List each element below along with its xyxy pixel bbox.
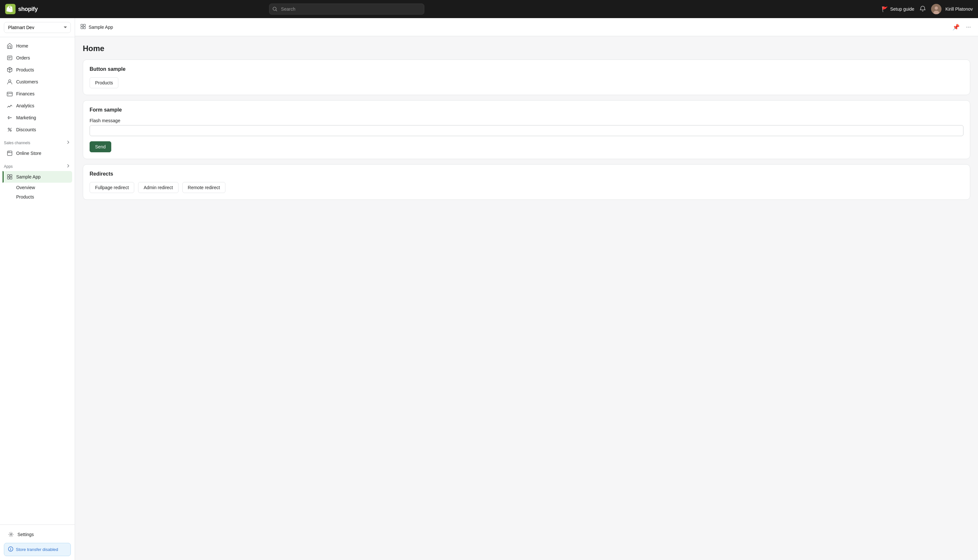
top-bar-right: 🚩 Setup guide Kirill Platonov (881, 4, 973, 14)
svg-point-3 (935, 7, 938, 10)
apps-title: Apps (4, 164, 13, 169)
app-layout: shopify 🚩 Setup guide (0, 0, 978, 560)
admin-redirect-label: Admin redirect (144, 185, 173, 190)
sidebar-item-finances[interactable]: Finances (3, 88, 72, 100)
content-header: Sample App 📌 ··· (75, 18, 978, 36)
svg-rect-20 (81, 24, 83, 26)
marketing-icon (7, 115, 13, 121)
setup-guide-button[interactable]: 🚩 Setup guide (881, 6, 914, 12)
avatar[interactable] (931, 4, 941, 14)
remote-redirect-button[interactable]: Remote redirect (182, 182, 226, 193)
sidebar-subitem-overview[interactable]: Overview (3, 183, 72, 192)
page-title: Home (83, 44, 970, 53)
button-sample-title: Button sample (90, 66, 963, 72)
sidebar-subitem-products-label: Products (16, 194, 34, 200)
breadcrumb-icon (80, 23, 86, 30)
sidebar-item-orders[interactable]: Orders (3, 52, 72, 64)
sidebar-item-analytics-label: Analytics (16, 103, 34, 108)
content-area: Sample App 📌 ··· Home Button sample Prod… (75, 18, 978, 560)
store-transfer-label: Store transfer disabled (16, 547, 58, 552)
flash-message-group: Flash message (90, 118, 963, 136)
sidebar-item-products[interactable]: Products (3, 64, 72, 76)
top-bar: shopify 🚩 Setup guide (0, 0, 978, 18)
svg-rect-7 (7, 92, 12, 96)
sidebar: Platmart Dev Home Orders (0, 18, 75, 560)
redirects-title: Redirects (90, 171, 963, 177)
pin-button[interactable]: 📌 (951, 22, 961, 32)
sidebar-item-online-store[interactable]: Online Store (3, 147, 72, 159)
settings-icon (8, 531, 14, 538)
sidebar-item-online-store-label: Online Store (16, 151, 42, 156)
customers-icon (7, 78, 13, 85)
remote-redirect-label: Remote redirect (188, 185, 220, 190)
sales-channels-chevron[interactable] (66, 140, 71, 146)
breadcrumb: Sample App (80, 23, 113, 30)
flash-message-label: Flash message (90, 118, 963, 123)
sidebar-subitem-products[interactable]: Products (3, 192, 72, 202)
admin-redirect-button[interactable]: Admin redirect (138, 182, 178, 193)
content-body: Home Button sample Products Form sample … (75, 36, 978, 560)
sidebar-item-customers-label: Customers (16, 79, 38, 84)
search-input[interactable] (269, 3, 424, 15)
sidebar-item-marketing[interactable]: Marketing (3, 112, 72, 123)
svg-rect-22 (81, 27, 83, 29)
apps-chevron[interactable] (66, 163, 71, 169)
sidebar-footer: Settings Store transfer disabled (0, 525, 75, 560)
store-select[interactable]: Platmart Dev (4, 22, 71, 33)
bell-icon (920, 5, 926, 12)
online-store-icon (7, 150, 13, 157)
store-transfer-badge: Store transfer disabled (4, 543, 71, 556)
avatar-image (931, 4, 941, 14)
sidebar-item-sample-app[interactable]: Sample App (3, 171, 72, 183)
flag-icon: 🚩 (881, 6, 888, 12)
header-actions: 📌 ··· (951, 22, 973, 32)
shopify-text: shopify (18, 6, 38, 13)
active-indicator (3, 171, 3, 183)
more-actions-button[interactable]: ··· (964, 22, 973, 32)
shopify-logo[interactable]: shopify (5, 4, 38, 14)
home-icon (7, 43, 13, 49)
sales-channels-section: Sales channels (0, 136, 75, 147)
svg-rect-15 (10, 175, 12, 177)
sidebar-item-home-label: Home (16, 43, 28, 48)
send-button[interactable]: Send (90, 141, 111, 152)
finances-icon (7, 90, 13, 97)
user-name[interactable]: Kirill Platonov (945, 7, 973, 12)
info-icon (8, 547, 13, 553)
sidebar-subitem-overview-label: Overview (16, 185, 35, 190)
products-button[interactable]: Products (90, 77, 118, 88)
notification-button[interactable] (918, 4, 927, 14)
svg-point-6 (9, 80, 11, 82)
svg-point-8 (8, 94, 9, 95)
sidebar-item-sample-app-label: Sample App (16, 174, 41, 180)
svg-rect-21 (83, 24, 85, 26)
fullpage-redirect-button[interactable]: Fullpage redirect (90, 182, 134, 193)
apps-section: Apps (0, 159, 75, 171)
search-icon (272, 7, 277, 12)
sidebar-nav: Home Orders Products (0, 37, 75, 525)
redirects-buttons: Fullpage redirect Admin redirect Remote … (90, 182, 963, 193)
store-selector: Platmart Dev (0, 18, 75, 37)
svg-rect-14 (7, 175, 9, 177)
sidebar-item-orders-label: Orders (16, 55, 30, 60)
search-bar (269, 3, 424, 15)
orders-icon (7, 55, 13, 61)
sidebar-item-customers[interactable]: Customers (3, 76, 72, 88)
breadcrumb-text: Sample App (88, 25, 113, 30)
products-icon (7, 67, 13, 73)
settings-item[interactable]: Settings (4, 528, 71, 540)
sidebar-item-products-label: Products (16, 67, 34, 72)
svg-point-12 (8, 152, 9, 152)
sidebar-item-discounts[interactable]: Discounts (3, 124, 72, 135)
flash-message-input[interactable] (90, 125, 963, 136)
svg-rect-23 (83, 27, 85, 29)
redirects-card: Redirects Fullpage redirect Admin redire… (83, 164, 970, 200)
sidebar-item-analytics[interactable]: Analytics (3, 100, 72, 112)
svg-point-10 (10, 130, 11, 131)
sidebar-item-home[interactable]: Home (3, 40, 72, 52)
form-sample-title: Form sample (90, 107, 963, 113)
main-area: Platmart Dev Home Orders (0, 18, 978, 560)
setup-guide-label: Setup guide (890, 7, 914, 12)
analytics-icon (7, 102, 13, 109)
app-icon (7, 173, 13, 180)
